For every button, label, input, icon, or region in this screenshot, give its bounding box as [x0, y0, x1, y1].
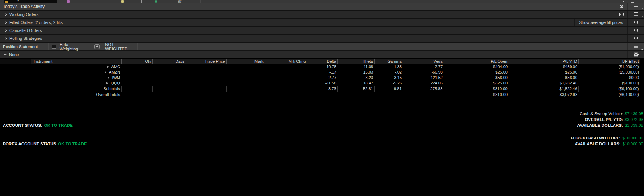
cell-bp-effect: ($5,000.00) — [578, 70, 640, 75]
collapse-columns-button[interactable] — [616, 11, 627, 18]
col-header-theta[interactable]: Theta — [337, 59, 374, 64]
position-statement-menu-button[interactable] — [627, 43, 644, 50]
weighting-status: NOT WEIGHTED — [105, 42, 137, 51]
cell-days — [152, 64, 186, 70]
cell-days — [152, 70, 186, 75]
account-status-label: ACCOUNT STATUS: — [3, 123, 42, 128]
section-rolling-strategies[interactable]: Rolling Strategies — [0, 35, 644, 43]
forex-status-label: FOREX ACCOUNT STATUS — [3, 142, 56, 146]
resize-corner-icon[interactable] — [641, 48, 643, 50]
cell-delta — [307, 92, 337, 98]
cell-pl-ytd: $25.00 — [509, 70, 578, 75]
collapse-columns-button[interactable] — [627, 19, 644, 26]
chevron-right-icon — [4, 21, 7, 24]
forex-cash-upl-label: FOREX CASH WITH UPL: — [571, 136, 620, 140]
col-header-days[interactable]: Days — [152, 59, 186, 64]
section-cancelled-orders[interactable]: Cancelled Orders — [0, 27, 644, 35]
group-settings-button[interactable] — [627, 51, 644, 58]
resize-corner-icon[interactable] — [641, 8, 643, 9]
tab-icon-purple[interactable] — [67, 0, 70, 3]
cell-bp-effect: ($100.00) — [578, 80, 640, 86]
collapse-columns-button[interactable] — [627, 27, 644, 34]
col-header-instrument[interactable]: Instrument — [0, 59, 121, 64]
cell-mark — [226, 86, 265, 92]
section-menu-button[interactable] — [627, 11, 644, 18]
tab-icon-green[interactable] — [155, 0, 157, 3]
section-working-orders[interactable]: Working Orders — [0, 11, 644, 19]
col-header-delta[interactable]: Delta — [307, 59, 337, 64]
expand-row-icon[interactable] — [108, 75, 109, 80]
cell-delta: -3.73 — [307, 86, 337, 92]
section-filled-orders[interactable]: Filled Orders: 2 orders, 2 fills Show av… — [0, 19, 644, 27]
tab-label-fragment: gy — [178, 0, 182, 3]
instrument-symbol: QQQ — [111, 81, 120, 85]
cell-gamma — [374, 92, 403, 98]
cash-sweep-value: $7,439.08 — [625, 112, 643, 116]
forex-available-dollars-value: $10,000.00 — [622, 142, 643, 146]
col-header-pl-ytd[interactable]: P/L YTD — [509, 59, 578, 64]
cell-vega: 275.83 — [403, 86, 444, 92]
caret-down-icon[interactable] — [622, 1, 625, 2]
cell-pl-open: $404.00 — [444, 64, 509, 70]
col-header-pl-open[interactable]: P/L Open — [444, 59, 509, 64]
forex-available-dollars-label: AVAILABLE DOLLARS: — [575, 142, 621, 146]
tab-icon-yellow[interactable] — [121, 0, 124, 3]
instrument-symbol: AMZN — [109, 70, 120, 74]
col-header-gamma[interactable]: Gamma — [374, 59, 403, 64]
expand-row-icon[interactable] — [107, 64, 109, 70]
forex-account-status: FOREX ACCOUNT STATUS OK TO TRADE — [3, 141, 87, 147]
col-header-trade-price[interactable]: Trade Price — [186, 59, 226, 64]
strip-separator — [523, 0, 523, 3]
chevron-right-icon — [4, 37, 7, 40]
position-row-amzn[interactable]: AMZN -.17 15.03 -.02 -66.98 $25.00 $25.0… — [0, 70, 640, 75]
list-menu-icon — [634, 3, 638, 10]
group-row-none[interactable]: None — [0, 51, 644, 59]
position-row-iwm[interactable]: IWM -2.77 8.23 -3.15 121.52 $56.00 $56.0… — [0, 75, 640, 80]
show-average-fill-prices-button[interactable]: Show average fill prices — [574, 19, 627, 26]
tab-icon — [5, 1, 8, 3]
filter-button[interactable] — [616, 3, 627, 10]
cell-mrk-chng — [265, 64, 307, 70]
strip-separator — [349, 0, 349, 3]
col-header-mark[interactable]: Mark — [226, 59, 265, 64]
cell-theta: 15.03 — [337, 70, 374, 75]
collapse-columns-button[interactable] — [627, 35, 644, 42]
available-dollars-value: $1,339.08 — [625, 123, 643, 128]
cell-mark — [226, 70, 265, 75]
collapse-columns-icon — [634, 20, 638, 25]
cell-gamma: -9.81 — [374, 86, 403, 92]
window-icon[interactable] — [631, 0, 634, 3]
cell-trade-price — [186, 80, 226, 86]
active-tab[interactable]: y — [4, 0, 57, 3]
cell-gamma: -5.26 — [374, 80, 403, 86]
cell-vega: 121.52 — [403, 75, 444, 80]
cell-delta: -11.58 — [307, 80, 337, 86]
tab-label-fragment: y — [17, 0, 19, 2]
cell-qty — [121, 70, 152, 75]
position-row-qqq[interactable]: QQQ -11.58 18.47 -5.26 224.06 $325.00 $1… — [0, 80, 640, 86]
table-header-row: Instrument Qty Days Trade Price Mark Mrk… — [0, 59, 640, 64]
beta-weighting-checkbox[interactable] — [52, 45, 56, 49]
chevron-right-icon — [4, 29, 7, 32]
cell-theta: 11.08 — [337, 64, 374, 70]
col-header-mrk-chng[interactable]: Mrk Chng — [265, 59, 307, 64]
cell-pl-open: $810.00 — [444, 92, 509, 98]
cell-gamma: -.02 — [374, 70, 403, 75]
col-header-vega[interactable]: Vega — [403, 59, 444, 64]
cell-pl-open: $325.00 — [444, 80, 509, 86]
col-header-qty[interactable]: Qty — [121, 59, 152, 64]
trade-activity-panel: y gy Today's Trade Activity — [0, 0, 644, 196]
expand-row-icon[interactable] — [106, 80, 108, 86]
col-header-bp-effect[interactable]: BP Effect — [578, 59, 640, 64]
cell-mrk-chng — [265, 70, 307, 75]
beta-symbol-button[interactable] — [94, 44, 100, 49]
cell-trade-price — [186, 75, 226, 80]
subtotals-label: Subtotals — [0, 86, 121, 92]
cell-mrk-chng — [265, 86, 307, 92]
position-row-amc[interactable]: AMC 10.78 11.08 -1.38 -2.77 $404.00 $459… — [0, 64, 640, 70]
panel-menu-button[interactable] — [627, 3, 644, 10]
forex-status-value: OK TO TRADE — [58, 142, 87, 146]
resize-corner-icon[interactable] — [641, 16, 643, 17]
expand-row-icon[interactable] — [105, 70, 106, 75]
cell-gamma: -1.38 — [374, 64, 403, 70]
